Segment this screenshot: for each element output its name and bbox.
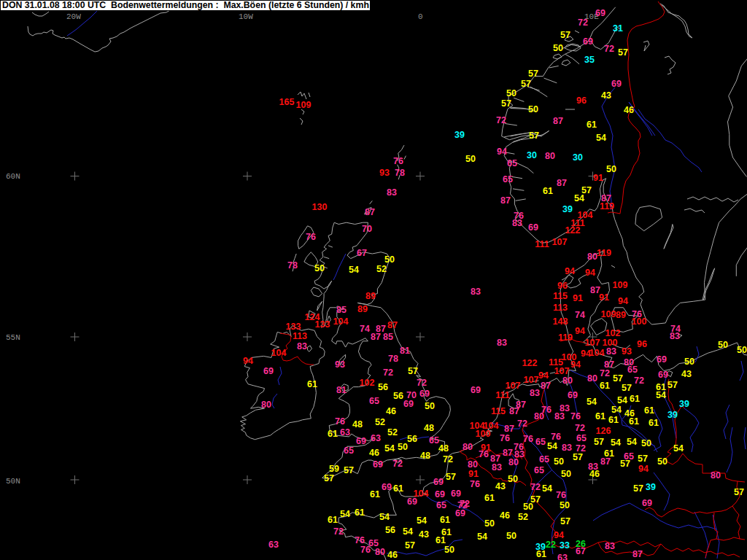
svg-text:46: 46 (589, 469, 600, 479)
svg-text:46: 46 (386, 406, 396, 416)
svg-text:83: 83 (554, 411, 565, 421)
svg-text:72: 72 (634, 376, 644, 386)
svg-text:22: 22 (546, 540, 556, 550)
svg-text:87: 87 (632, 549, 643, 559)
svg-text:48: 48 (438, 443, 449, 454)
svg-text:33: 33 (560, 540, 570, 551)
svg-text:57: 57 (560, 516, 570, 526)
svg-text:54: 54 (349, 265, 359, 275)
svg-text:63: 63 (371, 433, 381, 443)
svg-text:50: 50 (606, 164, 616, 174)
svg-text:102: 102 (605, 328, 621, 338)
svg-text:81: 81 (400, 346, 410, 356)
svg-text:56: 56 (393, 391, 403, 401)
svg-text:80: 80 (545, 151, 555, 161)
svg-text:43: 43 (495, 481, 506, 491)
svg-text:91: 91 (593, 173, 603, 183)
svg-text:130: 130 (312, 202, 328, 212)
svg-text:54: 54 (673, 443, 684, 454)
svg-text:69: 69 (373, 459, 383, 470)
svg-text:50: 50 (398, 442, 408, 452)
svg-text:52: 52 (387, 427, 398, 438)
svg-text:54: 54 (596, 133, 606, 143)
svg-text:61: 61 (536, 549, 546, 559)
svg-text:52: 52 (375, 417, 385, 427)
svg-text:107: 107 (552, 237, 568, 247)
svg-text:69: 69 (435, 489, 445, 499)
svg-text:57: 57 (521, 79, 531, 89)
svg-text:93: 93 (379, 168, 390, 178)
svg-text:89: 89 (357, 304, 368, 314)
svg-text:72: 72 (575, 423, 585, 433)
svg-text:57: 57 (734, 487, 744, 497)
svg-text:74: 74 (360, 324, 370, 334)
svg-text:85: 85 (336, 305, 347, 315)
svg-text:76: 76 (335, 416, 345, 427)
svg-text:54: 54 (617, 395, 627, 405)
svg-text:87: 87 (541, 381, 551, 391)
svg-text:69: 69 (528, 222, 538, 233)
svg-text:46: 46 (387, 550, 398, 560)
svg-text:59: 59 (329, 464, 339, 474)
svg-text:61: 61 (307, 379, 317, 389)
svg-text:65: 65 (436, 500, 446, 510)
svg-text:80: 80 (462, 442, 473, 452)
svg-text:69: 69 (407, 497, 417, 507)
svg-text:61: 61 (370, 489, 380, 499)
svg-text:50: 50 (737, 345, 747, 355)
svg-text:54: 54 (611, 405, 622, 415)
svg-text:80: 80 (562, 376, 573, 386)
svg-text:87: 87 (509, 406, 519, 416)
svg-text:111: 111 (495, 390, 510, 400)
svg-text:80: 80 (261, 400, 271, 410)
svg-text:65: 65 (369, 396, 379, 406)
svg-text:65: 65 (429, 435, 439, 446)
svg-text:119: 119 (558, 332, 573, 343)
svg-text:76: 76 (523, 434, 533, 444)
svg-text:94: 94 (570, 359, 581, 370)
svg-text:50: 50 (523, 502, 533, 512)
svg-text:72: 72 (417, 378, 427, 388)
svg-text:80: 80 (534, 411, 544, 421)
svg-text:61: 61 (328, 429, 338, 439)
svg-text:111: 111 (535, 239, 549, 249)
svg-text:50: 50 (554, 456, 564, 467)
svg-text:65: 65 (576, 433, 587, 443)
svg-text:50: 50 (508, 474, 518, 484)
svg-text:69: 69 (658, 370, 668, 380)
svg-text:48: 48 (352, 419, 363, 429)
svg-text:61: 61 (328, 515, 338, 525)
svg-text:50: 50 (641, 438, 651, 448)
svg-text:46: 46 (369, 448, 379, 458)
svg-text:76: 76 (556, 490, 566, 500)
svg-text:57: 57 (618, 47, 628, 58)
svg-text:54: 54 (340, 509, 350, 519)
svg-text:43: 43 (601, 90, 611, 101)
svg-text:50: 50 (465, 154, 476, 164)
svg-text:76: 76 (500, 433, 510, 443)
svg-text:50: 50 (528, 104, 538, 114)
svg-text:39: 39 (562, 204, 573, 214)
svg-text:113: 113 (293, 331, 307, 341)
svg-text:56: 56 (407, 434, 417, 444)
svg-text:57: 57 (560, 30, 570, 40)
svg-text:94: 94 (565, 266, 575, 276)
svg-text:69: 69 (451, 489, 461, 499)
svg-text:87: 87 (553, 116, 563, 126)
svg-text:57: 57 (638, 454, 648, 464)
svg-text:65: 65 (503, 174, 513, 184)
svg-text:0: 0 (418, 12, 423, 21)
svg-text:67: 67 (357, 248, 367, 258)
svg-text:104: 104 (333, 316, 349, 327)
svg-text:57: 57 (667, 380, 678, 390)
svg-text:30: 30 (527, 150, 537, 160)
svg-text:65: 65 (539, 454, 549, 464)
svg-text:87: 87 (500, 195, 511, 206)
svg-text:83: 83 (605, 541, 615, 551)
svg-text:76: 76 (360, 545, 371, 555)
svg-text:104: 104 (589, 348, 605, 358)
svg-text:61: 61 (393, 483, 403, 494)
svg-text:56: 56 (378, 382, 388, 392)
svg-text:69: 69 (403, 399, 414, 409)
svg-text:54: 54 (574, 193, 584, 203)
